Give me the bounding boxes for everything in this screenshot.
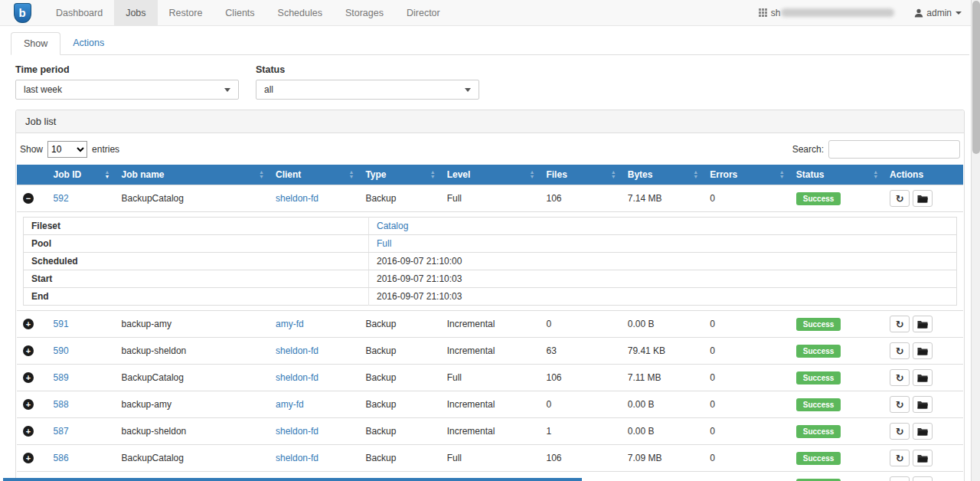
navbar-menu: DashboardJobsRestoreClientsSchedulesStor…	[44, 0, 452, 25]
sort-icon[interactable]: ▲▼	[430, 170, 436, 179]
sort-icon[interactable]: ▲▼	[611, 170, 616, 179]
client-link[interactable]: sheldon-fd	[276, 345, 318, 356]
rerun-job-button[interactable]: ↻	[890, 190, 910, 207]
column-label: Errors	[710, 169, 737, 180]
client-link[interactable]: sheldon-fd	[276, 193, 318, 204]
errors-cell: 0	[704, 185, 789, 212]
sort-icon[interactable]: ▲▼	[873, 170, 878, 179]
nav-item-schedules[interactable]: Schedules	[266, 0, 334, 25]
folder-icon	[917, 374, 928, 382]
client-link[interactable]: amy-fd	[276, 319, 304, 329]
vertical-scrollbar[interactable]	[971, 0, 980, 481]
column-header-files[interactable]: Files▲▼	[540, 165, 621, 185]
client-link[interactable]: amy-fd	[276, 399, 304, 410]
sort-icon[interactable]: ▲▼	[779, 170, 785, 179]
tab-show[interactable]: Show	[11, 32, 60, 55]
job-id-cell: 587	[47, 418, 116, 445]
status-value: all	[264, 84, 273, 95]
tab-actions[interactable]: Actions	[60, 32, 116, 55]
job-id-link[interactable]: 589	[54, 372, 69, 383]
sort-icon[interactable]: ▲▼	[259, 170, 264, 179]
jobs-table-header-row: Job ID▲▼Job name▲▼Client▲▼Type▲▼Level▲▼F…	[17, 165, 963, 185]
column-header-job-name[interactable]: Job name▲▼	[116, 165, 270, 185]
rerun-job-button[interactable]: ↻	[890, 476, 910, 481]
bytes-cell: 7.14 MB	[622, 185, 704, 212]
client-link[interactable]: sheldon-fd	[276, 453, 318, 463]
job-row-591: +591backup-amyamy-fdBackupIncremental00.…	[17, 311, 963, 338]
client-cell: amy-fd	[270, 311, 359, 338]
files-cell: 106	[540, 185, 621, 212]
detail-label-pool: Pool	[24, 235, 369, 253]
status-select[interactable]: all	[256, 80, 479, 100]
files-cell: 0	[540, 391, 621, 418]
status-badge: Success	[796, 345, 841, 358]
expand-cell: −	[17, 185, 47, 212]
job-id-link[interactable]: 590	[54, 345, 69, 356]
job-id-link[interactable]: 586	[54, 453, 69, 463]
detail-link-full[interactable]: Full	[377, 238, 391, 249]
client-link[interactable]: sheldon-fd	[276, 426, 318, 437]
column-header-type[interactable]: Type▲▼	[359, 165, 440, 185]
expand-row-icon[interactable]: +	[23, 345, 34, 356]
detail-link-catalog[interactable]: Catalog	[377, 221, 408, 231]
column-header-status[interactable]: Status▲▼	[790, 165, 884, 185]
rerun-job-button[interactable]: ↻	[890, 316, 910, 332]
rerun-job-button[interactable]: ↻	[890, 342, 910, 359]
type-cell: Backup	[359, 185, 440, 212]
column-header-bytes[interactable]: Bytes▲▼	[622, 165, 704, 185]
nav-item-director[interactable]: Director	[395, 0, 452, 25]
sort-icon[interactable]: ▲▼	[693, 170, 698, 179]
brand-logo[interactable]: b	[0, 0, 44, 25]
job-id-link[interactable]: 588	[54, 399, 69, 410]
expand-row-icon[interactable]: +	[23, 426, 34, 437]
entries-select[interactable]: 10	[47, 141, 87, 158]
nav-item-storages[interactable]: Storages	[334, 0, 395, 25]
job-files-button[interactable]	[913, 476, 933, 481]
column-header-level[interactable]: Level▲▼	[441, 165, 541, 185]
sort-icon[interactable]: ▲▼	[530, 170, 535, 179]
column-header-client[interactable]: Client▲▼	[270, 165, 359, 185]
nav-item-dashboard[interactable]: Dashboard	[44, 0, 114, 25]
job-id-link[interactable]: 587	[54, 426, 69, 437]
user-label: admin	[926, 8, 952, 18]
nav-item-restore[interactable]: Restore	[158, 0, 214, 25]
folder-icon	[917, 195, 928, 203]
search-input[interactable]	[828, 140, 960, 159]
expand-row-icon[interactable]: +	[23, 319, 34, 329]
job-id-link[interactable]: 591	[54, 319, 69, 329]
column-header-job-id[interactable]: Job ID▲▼	[47, 165, 116, 185]
column-header-errors[interactable]: Errors▲▼	[704, 165, 789, 185]
job-files-button[interactable]	[913, 316, 933, 332]
expand-row-icon[interactable]: +	[23, 372, 34, 383]
rerun-job-button[interactable]: ↻	[890, 423, 910, 440]
client-link[interactable]: sheldon-fd	[276, 372, 318, 383]
sort-icon[interactable]: ▲▼	[348, 170, 354, 179]
errors-cell: 0	[704, 311, 789, 338]
time-period-select[interactable]: last week	[15, 80, 239, 100]
rerun-job-button[interactable]: ↻	[890, 369, 910, 386]
actions-cell: ↻	[884, 338, 963, 365]
collapse-row-icon[interactable]: −	[23, 193, 34, 204]
nav-item-clients[interactable]: Clients	[214, 0, 266, 25]
sort-icon[interactable]: ▲▼	[105, 170, 110, 179]
rerun-job-button[interactable]: ↻	[890, 450, 910, 466]
job-row-592: −592BackupCatalogsheldon-fdBackupFull106…	[17, 185, 963, 212]
panel-title: Job list	[16, 110, 964, 133]
expand-row-icon[interactable]: +	[23, 453, 34, 463]
rerun-job-button[interactable]: ↻	[890, 396, 910, 413]
scrollbar-thumb[interactable]	[972, 1, 980, 154]
job-id-link[interactable]: 592	[54, 193, 69, 204]
job-files-button[interactable]	[913, 450, 933, 466]
nav-item-jobs[interactable]: Jobs	[114, 0, 157, 25]
job-name-cell: BackupCatalog	[116, 445, 270, 472]
job-files-button[interactable]	[913, 369, 933, 386]
level-cell: Incremental	[441, 391, 541, 418]
job-files-button[interactable]	[913, 190, 933, 207]
job-files-button[interactable]	[913, 423, 933, 440]
user-menu[interactable]: admin	[914, 8, 962, 18]
host-selector[interactable]: sh	[759, 8, 895, 18]
job-files-button[interactable]	[913, 342, 933, 359]
show-label: Show	[20, 144, 43, 155]
expand-row-icon[interactable]: +	[23, 399, 34, 410]
job-files-button[interactable]	[913, 396, 933, 413]
